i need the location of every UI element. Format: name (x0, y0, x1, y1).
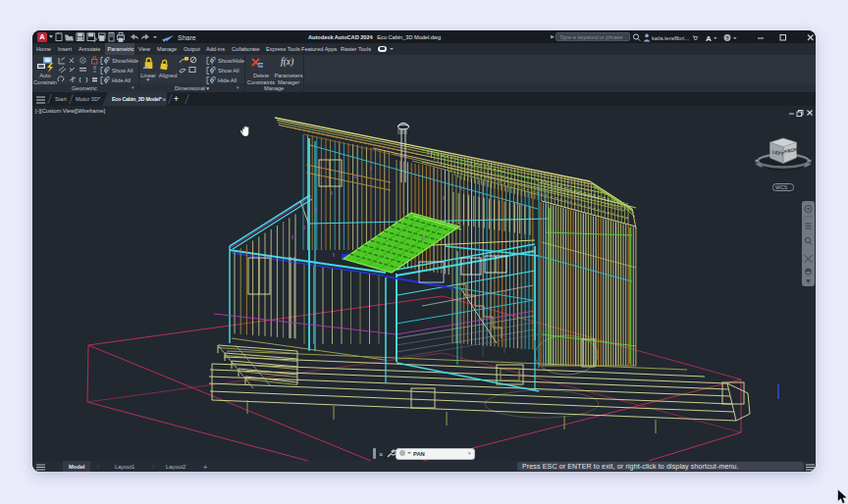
svg-text:kaila.tenedori...: kaila.tenedori... (652, 35, 689, 41)
svg-text:Constrain: Constrain (33, 79, 57, 85)
svg-text:Parameters: Parameters (275, 73, 303, 78)
svg-text:Hide All: Hide All (218, 77, 237, 83)
svg-text:Show All: Show All (112, 68, 132, 74)
svg-text:Share: Share (178, 34, 196, 41)
svg-text:Show All: Show All (218, 68, 238, 74)
svg-text:Manager: Manager (278, 79, 299, 85)
svg-text:Linear: Linear (140, 73, 156, 78)
svg-text:Aligned: Aligned (159, 73, 178, 78)
svg-text:Show/Hide: Show/Hide (112, 58, 138, 64)
svg-text:f(x): f(x) (281, 57, 293, 68)
svg-text:Auto: Auto (39, 73, 51, 78)
svg-text:Constraints: Constraints (247, 79, 275, 85)
svg-text:Delete: Delete (253, 73, 269, 78)
svg-text:Hide All: Hide All (112, 77, 131, 83)
svg-text:Show/Hide: Show/Hide (218, 58, 244, 64)
svg-text:A: A (706, 34, 712, 43)
